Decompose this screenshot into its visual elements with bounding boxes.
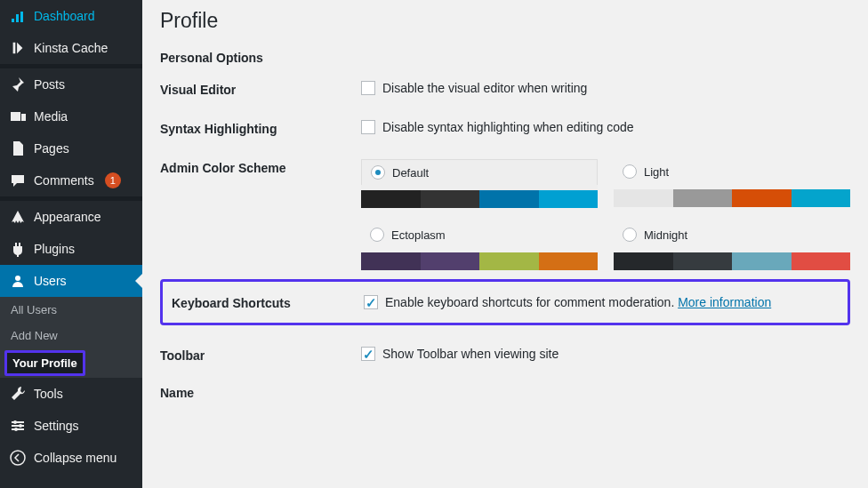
swatch xyxy=(539,252,599,270)
swatch xyxy=(361,190,421,208)
sidebar-item-collapse[interactable]: Collapse menu xyxy=(0,442,142,474)
sidebar-label: Kinsta Cache xyxy=(34,41,108,55)
scheme-label: Light xyxy=(644,165,669,179)
scheme-default[interactable]: Default xyxy=(361,159,598,208)
scheme-swatches xyxy=(361,252,598,270)
sidebar-item-appearance[interactable]: Appearance xyxy=(0,201,142,233)
main-content: Profile Personal Options Visual Editor D… xyxy=(142,0,868,488)
swatch xyxy=(614,189,673,207)
syntax-checkbox[interactable] xyxy=(361,120,375,134)
checkbox-label: Show Toolbar when viewing site xyxy=(382,347,559,361)
svg-point-5 xyxy=(19,424,22,428)
sidebar-item-plugins[interactable]: Plugins xyxy=(0,233,142,265)
personal-options-heading: Personal Options xyxy=(160,51,850,65)
comments-badge: 1 xyxy=(105,172,121,188)
svg-point-6 xyxy=(14,428,18,431)
sidebar-label: Pages xyxy=(34,141,69,156)
sidebar-label: Users xyxy=(34,274,67,288)
scheme-light[interactable]: Light xyxy=(614,159,850,208)
dashboard-icon xyxy=(9,7,27,25)
tools-icon xyxy=(9,385,27,403)
name-heading: Name xyxy=(160,386,850,400)
sidebar-label: Tools xyxy=(34,387,63,401)
submenu-all-users[interactable]: All Users xyxy=(0,297,142,323)
sidebar-item-dashboard[interactable]: Dashboard xyxy=(0,0,142,32)
row-label: Toolbar xyxy=(160,347,361,363)
page-title: Profile xyxy=(160,9,850,33)
swatch xyxy=(673,189,733,207)
collapse-icon xyxy=(9,449,27,467)
scheme-radio[interactable] xyxy=(371,165,385,180)
scheme-label: Default xyxy=(392,166,429,180)
row-syntax: Syntax Highlighting Disable syntax highl… xyxy=(160,120,850,136)
more-info-link[interactable]: More information xyxy=(678,295,771,309)
swatch xyxy=(792,189,851,207)
swatch xyxy=(421,190,480,208)
appearance-icon xyxy=(9,208,27,226)
submenu-add-new[interactable]: Add New xyxy=(0,323,142,348)
checkbox-label: Enable keyboard shortcuts for comment mo… xyxy=(385,295,771,309)
swatch xyxy=(732,189,792,207)
scheme-ectoplasm[interactable]: Ectoplasm xyxy=(361,222,598,270)
settings-icon xyxy=(9,417,27,435)
admin-sidebar: Dashboard Kinsta Cache Posts Media Pages… xyxy=(0,0,142,488)
svg-point-0 xyxy=(15,276,20,281)
pages-icon xyxy=(9,140,27,157)
checkbox-label: Disable the visual editor when writing xyxy=(382,81,587,95)
sidebar-item-settings[interactable]: Settings xyxy=(0,410,142,442)
comment-icon xyxy=(9,172,27,189)
kinsta-icon xyxy=(9,39,27,57)
scheme-radio[interactable] xyxy=(623,228,637,242)
scheme-swatches xyxy=(614,189,850,207)
sidebar-label: Posts xyxy=(34,77,65,92)
sidebar-item-pages[interactable]: Pages xyxy=(0,132,142,164)
row-visual-editor: Visual Editor Disable the visual editor … xyxy=(160,81,850,97)
swatch xyxy=(673,252,733,270)
scheme-label: Midnight xyxy=(644,228,687,242)
media-icon xyxy=(9,108,27,125)
swatch xyxy=(732,252,792,270)
swatch xyxy=(361,252,421,270)
row-label: Admin Color Scheme xyxy=(160,159,361,175)
pin-icon xyxy=(9,76,27,93)
scheme-radio[interactable] xyxy=(370,228,384,242)
sidebar-label: Appearance xyxy=(34,210,101,224)
keyboard-shortcuts-highlight: Keyboard Shortcuts Enable keyboard short… xyxy=(160,279,850,325)
sidebar-label: Dashboard xyxy=(34,9,95,23)
sidebar-item-posts[interactable]: Posts xyxy=(0,68,142,100)
toolbar-checkbox[interactable] xyxy=(361,347,375,361)
swatch xyxy=(479,252,539,270)
scheme-swatches xyxy=(361,190,598,208)
scheme-swatches xyxy=(614,252,850,270)
row-label: Keyboard Shortcuts xyxy=(172,294,364,310)
scheme-label: Ectoplasm xyxy=(391,228,446,242)
sidebar-item-users[interactable]: Users xyxy=(0,265,142,297)
swatch xyxy=(539,190,599,208)
submenu-your-profile[interactable]: Your Profile xyxy=(4,350,85,376)
users-submenu: All Users Add New Your Profile xyxy=(0,297,142,378)
row-color-scheme: Admin Color Scheme Default Light xyxy=(160,159,850,270)
row-label: Visual Editor xyxy=(160,81,361,97)
swatch xyxy=(792,252,851,270)
users-icon xyxy=(9,272,27,290)
svg-point-4 xyxy=(13,420,17,424)
keyboard-checkbox[interactable] xyxy=(364,295,378,309)
sidebar-item-kinsta[interactable]: Kinsta Cache xyxy=(0,32,142,64)
sidebar-label: Comments xyxy=(34,173,94,188)
swatch xyxy=(479,190,539,208)
plugin-icon xyxy=(9,240,27,258)
sidebar-item-comments[interactable]: Comments 1 xyxy=(0,164,142,196)
sidebar-label: Plugins xyxy=(34,242,75,256)
sidebar-label: Collapse menu xyxy=(34,451,117,465)
swatch xyxy=(421,252,480,270)
scheme-radio[interactable] xyxy=(623,164,637,179)
scheme-midnight[interactable]: Midnight xyxy=(614,222,850,270)
sidebar-item-tools[interactable]: Tools xyxy=(0,378,142,410)
sidebar-item-media[interactable]: Media xyxy=(0,100,142,132)
swatch xyxy=(614,252,673,270)
visual-editor-checkbox[interactable] xyxy=(361,81,375,95)
sidebar-label: Media xyxy=(34,109,68,124)
checkbox-label: Disable syntax highlighting when editing… xyxy=(382,120,634,134)
sidebar-label: Settings xyxy=(34,419,79,433)
svg-point-7 xyxy=(11,451,25,465)
